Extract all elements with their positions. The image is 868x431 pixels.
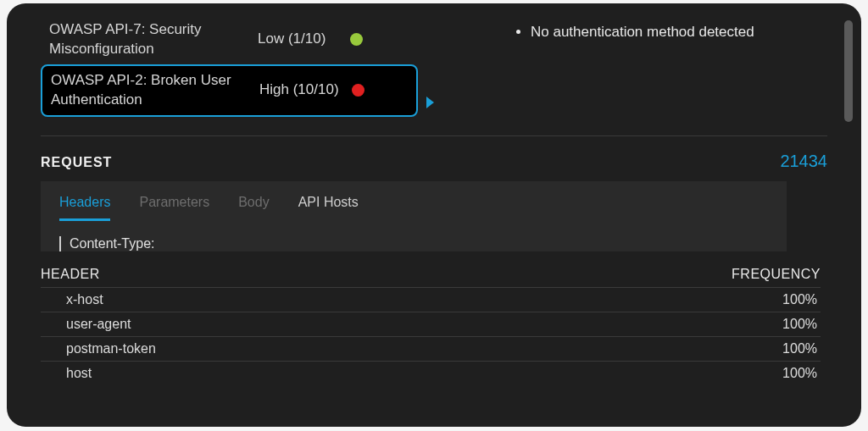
tab-parameters[interactable]: Parameters [139,195,209,221]
content-type-label: Content-Type: [59,236,768,251]
risk-title: OWASP API-2: Broken User Authentication [51,71,254,110]
table-header-row: HEADER FREQUENCY [41,263,821,287]
risk-row[interactable]: OWASP API-7: Security Misconfiguration L… [41,15,418,64]
caret-right-icon [426,97,434,108]
risk-details: No authentication method detected [515,22,754,43]
col-header-name: HEADER [41,267,100,282]
header-freq: 100% [782,292,821,307]
risk-row-selected[interactable]: OWASP API-2: Broken User Authentication … [41,64,418,117]
headers-table: HEADER FREQUENCY x-host 100% user-agent … [41,263,821,385]
header-name: user-agent [66,317,131,332]
risk-title: OWASP API-7: Security Misconfiguration [49,20,253,59]
tab-body[interactable]: Body [238,195,269,221]
header-freq: 100% [782,317,821,332]
header-freq: 100% [782,341,821,356]
col-header-freq: FREQUENCY [732,267,821,282]
header-name: x-host [66,292,103,307]
table-row: x-host 100% [41,287,821,312]
detail-item: No authentication method detected [531,22,754,43]
severity-dot-icon [352,84,364,97]
severity-dot-icon [350,33,363,46]
table-row: postman-token 100% [41,336,821,361]
request-tabs-area: Headers Parameters Body API Hosts Conten… [41,181,787,251]
tab-headers[interactable]: Headers [59,195,110,221]
table-row: host 100% [41,361,821,385]
divider [41,135,827,136]
request-count: 21434 [780,152,827,171]
security-panel: OWASP API-7: Security Misconfiguration L… [7,3,861,427]
risk-list: OWASP API-7: Security Misconfiguration L… [41,15,418,117]
header-freq: 100% [782,366,821,381]
request-label: REQUEST [41,155,112,170]
tab-bar: Headers Parameters Body API Hosts [59,195,768,221]
table-row: user-agent 100% [41,312,821,336]
request-header: REQUEST 21434 [41,152,827,171]
tab-api-hosts[interactable]: API Hosts [298,195,359,221]
header-name: postman-token [66,341,156,356]
header-name: host [66,366,92,381]
risk-severity: High (10/10) [254,80,352,100]
risk-severity: Low (1/10) [253,30,350,49]
vertical-scrollbar[interactable] [844,20,853,122]
